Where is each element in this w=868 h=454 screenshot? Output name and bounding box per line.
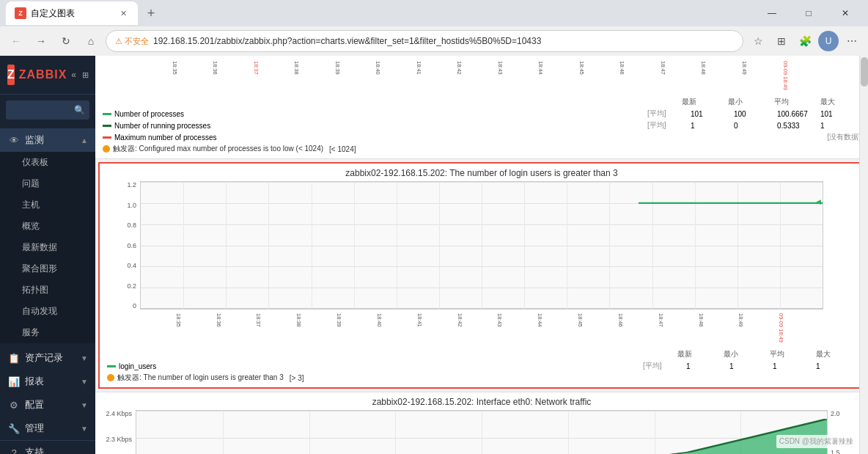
sidebar-item-support[interactable]: ? 支持 [0, 441, 95, 454]
sidebar-item-topology[interactable]: 拓扑图 [0, 279, 95, 301]
legend-item-running: Number of running processes [平均] 1 0 0.5… [103, 120, 861, 131]
ts-item: 18:46 [587, 313, 624, 348]
timestamp-item: 18:44 [507, 61, 544, 95]
sidebar-collapse-button[interactable]: « [71, 70, 76, 80]
chevron-up-icon: ▲ [81, 136, 88, 144]
address-url: 192.168.15.201/zabbix/zabbix.php?action=… [153, 36, 541, 46]
sidebar-section-monitoring: 👁 监测 ▲ 仪表板 问题 主机 概览 最新数据 聚合图形 拓扑图 自动发现 服… [0, 125, 95, 346]
sidebar-item-dashboard[interactable]: 仪表板 [0, 152, 95, 173]
maximize-button[interactable]: □ [792, 0, 825, 26]
assets-icon: 📋 [7, 353, 21, 364]
refresh-button[interactable]: ↻ [56, 31, 76, 51]
monitoring-label: 监测 [25, 133, 76, 147]
sidebar-item-config[interactable]: ⚙ 配置 ▼ [0, 393, 95, 417]
ts-item: 18:43 [466, 313, 503, 348]
legend-latest: 1 [686, 362, 727, 370]
legend-color-dark-green [103, 125, 111, 127]
chart1-body: 1.2 1.0 0.8 0.6 0.4 0.2 0 [100, 181, 864, 310]
forward-button[interactable]: → [31, 31, 51, 51]
sidebar-item-monitoring[interactable]: 👁 监测 ▲ [0, 128, 95, 152]
header-max: 最大 [820, 97, 861, 107]
toolbar-icons: ☆ ⊞ 🧩 U ⋯ [748, 31, 862, 51]
legend-color-red [103, 136, 111, 139]
collections-icon[interactable]: ⊞ [771, 31, 792, 51]
timestamp-item: 18:40 [345, 61, 381, 95]
search-icon: 🔍 [74, 105, 85, 115]
header-latest: 最新 [677, 349, 718, 359]
legend-label: Number of processes [114, 110, 644, 118]
charts-container: 09-09 18:34 18:35 18:36 18:37 18:38 18:3… [95, 56, 868, 454]
tab-close-button[interactable]: ✕ [117, 7, 129, 19]
header-avg: 平均 [774, 97, 814, 107]
yaxis-label: 0.2 [127, 282, 136, 290]
legend-max: 1 [816, 362, 856, 370]
chart2-title: zabbix02-192.168.15.202: Interface eth0:… [95, 392, 868, 409]
timestamp-item: 18:39 [304, 61, 341, 95]
sidebar-item-overview[interactable]: 概览 [0, 216, 95, 237]
tab-favicon: Z [15, 7, 26, 19]
new-tab-button[interactable]: + [141, 3, 161, 23]
trigger-line-chart1: 触发器: The number of login users is greate… [107, 373, 856, 383]
close-button[interactable]: ✕ [828, 0, 862, 26]
scrollbar[interactable] [859, 56, 868, 454]
legend-item-processes: Number of processes [平均] 101 100 100.666… [103, 109, 861, 119]
sidebar-item-latest-data[interactable]: 最新数据 [0, 237, 95, 258]
sidebar-expand-icon[interactable]: ⊞ [82, 70, 89, 80]
chevron-down-icon2: ▼ [81, 378, 88, 386]
timestamp-item: 18:47 [630, 61, 666, 95]
legend-latest: 101 [691, 110, 731, 118]
sidebar-item-hosts[interactable]: 主机 [0, 194, 95, 216]
timestamp-item: 18:43 [467, 61, 504, 95]
prev-chart-legend: 最新 最小 平均 最大 Number of processes [平均] 101… [95, 95, 868, 155]
legend-label: Maximum number of processes [114, 133, 824, 142]
legend-header-row: 最新 最小 平均 最大 [107, 349, 856, 359]
ts-item: 18:37 [225, 313, 262, 348]
app-container: Z ZABBIX « ⊞ 🔍 👁 监测 ▲ 仪表板 问题 主机 概览 最新数据 … [0, 56, 868, 454]
chart1-yaxis: 1.2 1.0 0.8 0.6 0.4 0.2 0 [100, 181, 140, 310]
minimize-button[interactable]: — [755, 0, 789, 26]
logo-icon: Z [7, 65, 15, 85]
sidebar-item-admin[interactable]: 🔧 管理 ▼ [0, 417, 95, 440]
browser-tab[interactable]: Z 自定义图表 ✕ [6, 1, 138, 25]
trigger-text: 触发器: Configured max number of processes … [113, 144, 323, 154]
ts-item: 18:45 [547, 313, 584, 348]
legend-tag: [没有数据] [827, 132, 861, 142]
header-max: 最大 [816, 349, 856, 359]
legend-avg: 1 [773, 362, 813, 370]
timestamp-item: 18:38 [263, 61, 300, 95]
back-button[interactable]: ← [6, 31, 26, 51]
ts-item: 18:38 [265, 313, 302, 348]
scrollbar-thumb[interactable] [861, 57, 868, 87]
home-button[interactable]: ⌂ [81, 31, 101, 51]
sidebar-item-services[interactable]: 服务 [0, 322, 95, 343]
sidebar: Z ZABBIX « ⊞ 🔍 👁 监测 ▲ 仪表板 问题 主机 概览 最新数据 … [0, 56, 95, 454]
legend-max: 101 [820, 110, 861, 118]
timestamp-item: 18:36 [182, 61, 218, 95]
sidebar-item-aggregate-charts[interactable]: 聚合图形 [0, 258, 95, 279]
sidebar-item-assets[interactable]: 📋 资产记录 ▼ [0, 346, 95, 370]
prev-chart-bottom: 09-09 18:34 18:35 18:36 18:37 18:38 18:3… [95, 56, 868, 159]
sidebar-item-auto-discovery[interactable]: 自动发现 [0, 301, 95, 322]
chart2-plot [136, 410, 828, 454]
sidebar-item-reports[interactable]: 📊 报表 ▼ [0, 370, 95, 393]
chart2-outgoing-line [136, 411, 827, 454]
more-options-icon[interactable]: ⋯ [842, 31, 862, 51]
config-icon: ⚙ [7, 400, 21, 411]
reports-icon: 📊 [7, 376, 21, 387]
yaxis-right-label: 1.5 [831, 449, 840, 455]
chart2-yaxis: 2.4 Kbps 2.3 Kbps 2.2 Kbps 2.1 Kbps [95, 410, 136, 454]
chart-arrow: ◀ [816, 198, 821, 205]
yaxis-label: 0.6 [127, 242, 136, 249]
address-bar[interactable]: ⚠ 不安全 192.168.15.201/zabbix/zabbix.php?a… [106, 30, 743, 52]
security-warning: ⚠ 不安全 [115, 36, 149, 47]
user-avatar[interactable]: U [818, 31, 839, 51]
legend-color [107, 365, 116, 367]
logo-text: ZABBIX [19, 68, 67, 81]
main-content[interactable]: 09-09 18:34 18:35 18:36 18:37 18:38 18:3… [95, 56, 868, 454]
tab-title: 自定义图表 [31, 7, 75, 20]
legend-label: Number of running processes [114, 122, 644, 130]
star-icon[interactable]: ☆ [748, 31, 768, 51]
window-controls: — □ ✕ [755, 0, 862, 26]
sidebar-item-problems[interactable]: 问题 [0, 173, 95, 194]
extensions-icon[interactable]: 🧩 [795, 31, 815, 51]
